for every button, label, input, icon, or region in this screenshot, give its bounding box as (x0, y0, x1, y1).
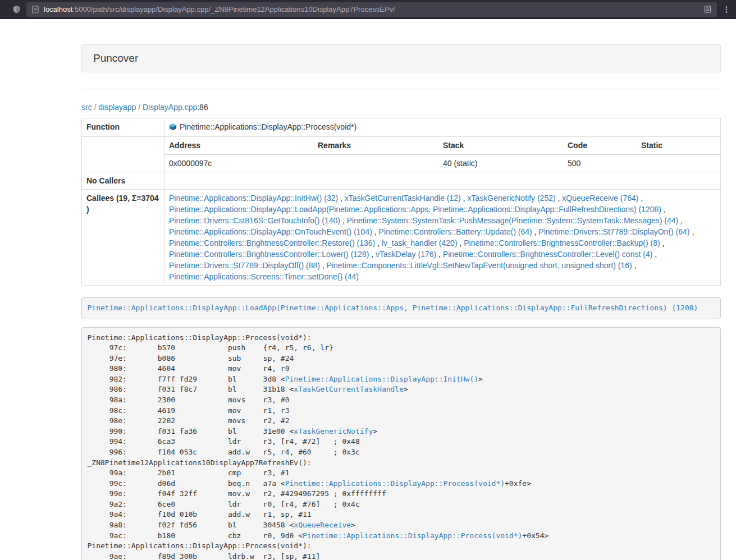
callee-link[interactable]: xQueueReceive (764) (562, 194, 638, 203)
callees-separator: , (532, 227, 539, 236)
disasm-symbol-link[interactable]: xTaskGenericNotify (294, 427, 373, 435)
callee-link[interactable]: Pinetime::Drivers::Cst816S::GetTouchInfo… (169, 216, 340, 225)
callees-separator: , (436, 250, 443, 259)
callee-link[interactable]: Pinetime::Applications::Screens::Timer::… (169, 272, 359, 281)
callees-separator: , (690, 227, 694, 236)
callees-separator: , (461, 194, 468, 203)
callees-separator: , (338, 194, 345, 203)
metrics-empty-label (82, 137, 164, 172)
snippet-link[interactable]: Pinetime::Applications::DisplayApp::Load… (88, 304, 698, 312)
browser-toolbar: localhost:5000/path/src/displayapp/Displ… (0, 0, 736, 19)
callees-separator: , (678, 216, 683, 225)
breadcrumb-separator: / (136, 103, 143, 112)
callees-separator: , (340, 216, 347, 225)
metrics-header-row: Address Remarks Stack Code Static (164, 137, 720, 154)
function-row: Function Pinetime::Applications::Display… (82, 118, 721, 137)
no-callers-cell (164, 172, 721, 190)
callees-separator: , (661, 205, 666, 214)
disasm-symbol-link[interactable]: xQueueReceive (294, 521, 351, 529)
function-name-cell: Pinetime::Applications::DisplayApp::Proc… (164, 118, 721, 137)
disassembly-code: Pinetime::Applications::DisplayApp::Proc… (81, 327, 721, 560)
breadcrumb-separator: / (92, 103, 99, 112)
callees-label: Callees (19, Σ=3704 ) (82, 190, 164, 286)
callees-separator: , (320, 261, 327, 270)
page-info-icon[interactable] (32, 6, 39, 13)
highlighted-call-snippet: Pinetime::Applications::DisplayApp::Load… (81, 297, 721, 319)
no-callers-row: No Callers (82, 172, 721, 190)
callee-link[interactable]: vTaskDelay (176) (376, 250, 436, 259)
static-value (637, 154, 720, 172)
callee-link[interactable]: Pinetime::Components::LittleVgl::SetNewT… (327, 261, 632, 270)
callees-separator: , (638, 194, 643, 203)
column-header-stack: Stack (438, 137, 563, 154)
function-label: Function (82, 118, 164, 137)
callees-list: Pinetime::Applications::DisplayApp::Init… (164, 190, 721, 286)
callees-separator: , (660, 238, 665, 247)
function-detail-table: Function Pinetime::Applications::Display… (81, 118, 721, 286)
page-title: Puncover (93, 52, 138, 64)
callee-link[interactable]: Pinetime::Drivers::St7789::DisplayOff() … (169, 261, 320, 270)
callee-link[interactable]: Pinetime::Drivers::St7789::DisplayOn() (… (538, 227, 689, 236)
reader-view-icon[interactable] (704, 6, 711, 13)
page-container: Puncover src / displayapp / DisplayApp.c… (81, 44, 721, 560)
stack-value: 40 (static) (438, 154, 563, 172)
disasm-symbol-link[interactable]: xTaskGetCurrentTaskHandle (294, 385, 404, 393)
callees-separator: , (372, 227, 379, 236)
breadcrumb: src / displayapp / DisplayApp.cpp:86 (81, 102, 721, 113)
callees-separator: , (458, 238, 464, 247)
breadcrumb-link-0[interactable]: src (81, 103, 92, 112)
url-bar[interactable]: localhost:5000/path/src/displayapp/Displ… (26, 2, 717, 17)
callee-link[interactable]: Pinetime::Controllers::BrightnessControl… (443, 250, 652, 259)
function-name: Pinetime::Applications::DisplayApp::Proc… (180, 122, 356, 131)
callees-separator: , (556, 194, 563, 203)
callee-link[interactable]: Pinetime::Applications::DisplayApp::Init… (169, 194, 338, 203)
remarks-value (313, 154, 438, 172)
column-header-remarks: Remarks (313, 137, 438, 154)
code-value: 500 (563, 154, 637, 172)
metrics-cell: Address Remarks Stack Code Static 0x0000… (164, 137, 721, 172)
no-callers-label: No Callers (82, 172, 164, 190)
callee-link[interactable]: Pinetime::Applications::DisplayApp::OnTo… (169, 227, 372, 236)
kebab-menu-icon[interactable] (723, 6, 730, 13)
divider (81, 89, 721, 89)
callee-link[interactable]: Pinetime::Controllers::BrightnessControl… (169, 250, 369, 259)
callee-link[interactable]: xTaskGenericNotify (252) (467, 194, 555, 203)
callee-link[interactable]: Pinetime::Controllers::BrightnessControl… (169, 238, 375, 247)
breadcrumb-link-1[interactable]: displayapp (98, 103, 136, 112)
url-path: :5000/path/src/displayapp/DisplayApp.cpp… (72, 5, 395, 13)
metrics-table: Address Remarks Stack Code Static 0x0000… (164, 137, 720, 172)
breadcrumb-link-2[interactable]: DisplayApp.cpp (143, 103, 197, 112)
url-text: localhost:5000/path/src/displayapp/Displ… (44, 5, 699, 13)
column-header-static: Static (637, 137, 720, 154)
callee-link[interactable]: lv_task_handler (420) (382, 238, 458, 247)
column-header-address: Address (164, 137, 313, 154)
callees-separator: , (632, 261, 637, 270)
metrics-row: Address Remarks Stack Code Static 0x0000… (82, 137, 721, 172)
column-header-code: Code (563, 137, 637, 154)
cube-icon (169, 122, 177, 134)
callee-link[interactable]: xTaskGetCurrentTaskHandle (12) (345, 194, 461, 203)
app-title-panel: Puncover (81, 44, 721, 72)
shield-icon[interactable] (12, 5, 21, 14)
breadcrumb-line-number: :86 (197, 103, 208, 112)
url-host: localhost (44, 5, 72, 13)
disasm-symbol-link[interactable]: Pinetime::Applications::DisplayApp::Proc… (303, 531, 522, 540)
disasm-symbol-link[interactable]: Pinetime::Applications::DisplayApp::Init… (285, 375, 478, 383)
callees-row: Callees (19, Σ=3704 ) Pinetime::Applicat… (82, 190, 721, 286)
callee-link[interactable]: Pinetime::Controllers::Battery::Update()… (379, 227, 532, 236)
callees-separator: , (369, 250, 376, 259)
address-value: 0x0000097c (164, 154, 313, 172)
disasm-symbol-link[interactable]: Pinetime::Applications::DisplayApp::Proc… (285, 479, 505, 488)
callee-link[interactable]: Pinetime::System::SystemTask::PushMessag… (347, 216, 679, 225)
callee-link[interactable]: Pinetime::Controllers::BrightnessControl… (464, 238, 660, 247)
metrics-data-row: 0x0000097c 40 (static) 500 (164, 154, 720, 172)
callees-separator: , (375, 238, 382, 247)
callees-separator: , (652, 250, 657, 259)
callee-link[interactable]: Pinetime::Applications::DisplayApp::Load… (169, 205, 661, 214)
